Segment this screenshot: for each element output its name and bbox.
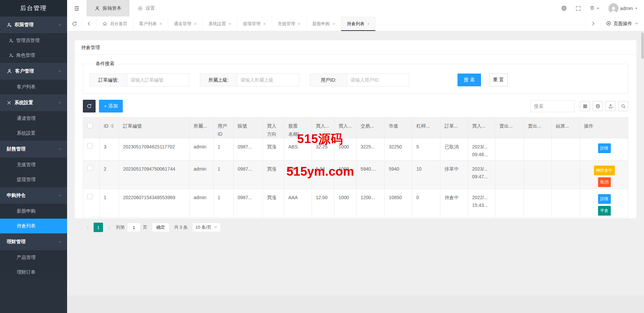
col-header-settle: 結算... (551, 118, 580, 138)
page-operations-dropdown[interactable]: 页面操作 (600, 16, 644, 31)
row-checkbox[interactable] (87, 165, 93, 171)
clear-cache-dropdown[interactable] (590, 5, 600, 11)
sort-icon[interactable] (111, 124, 114, 128)
close-icon[interactable]: × (332, 21, 335, 27)
language-globe-icon[interactable] (561, 5, 567, 11)
tab-通道管理[interactable]: 通道管理× (168, 16, 203, 31)
tab-提现管理[interactable]: 提现管理× (237, 16, 272, 31)
refresh-tab-icon[interactable] (67, 16, 82, 31)
action-button-詳情[interactable]: 詳情 (598, 143, 611, 153)
sidebar-item-新股申购[interactable]: 新股申购 (0, 204, 67, 219)
print-icon[interactable] (593, 101, 603, 111)
sidebar-section-3[interactable]: 財務管理 (0, 141, 67, 158)
close-icon[interactable]: × (228, 21, 231, 27)
next-page-icon[interactable] (104, 223, 114, 232)
action-button-轉持倉中[interactable]: 轉持倉中 (594, 166, 615, 175)
cell-trade_amount: 3225... (357, 138, 385, 161)
cell-sell_price (495, 138, 524, 161)
caret-down-icon (635, 7, 638, 10)
cell-buy_price: 32.25 (312, 138, 334, 161)
sidebar-item-客户列表[interactable]: 客户列表 (0, 80, 67, 94)
collapse-menu-icon[interactable] (67, 0, 87, 16)
magnifier-icon[interactable] (618, 101, 628, 111)
sidebar-section-label: 財務管理 (7, 146, 58, 152)
close-icon[interactable]: × (159, 21, 162, 27)
action-button-取消[interactable]: 取消 (598, 177, 611, 187)
sidebar-section-4[interactable]: 申购持仓 (0, 187, 67, 204)
sidebar-item-产品管理[interactable]: 产品管理 (0, 250, 67, 265)
current-page[interactable]: 1 (94, 223, 103, 232)
prev-page-icon[interactable] (83, 223, 92, 232)
select-all-checkbox[interactable] (87, 123, 93, 128)
print-icon (595, 104, 600, 109)
user-menu[interactable]: admin (608, 3, 638, 13)
reset-button[interactable]: 重 置 (489, 74, 508, 86)
add-button[interactable]: + 添加 (99, 100, 123, 113)
sidebar-item-理财订单[interactable]: 理财订单 (0, 265, 67, 280)
sidebar-item-充值管理[interactable]: 充值管理 (0, 158, 67, 172)
order-no-input[interactable] (127, 74, 189, 86)
sidebar-item-系统設置[interactable]: 系统設置 (0, 126, 67, 141)
row-checkbox[interactable] (87, 194, 93, 199)
scroll-tabs-left-icon[interactable] (82, 16, 97, 31)
sidebar-item-label: 提现管理 (17, 177, 36, 183)
action-button-詳情[interactable]: 詳情 (598, 194, 611, 204)
search-button[interactable]: 搜 索 (458, 74, 481, 86)
close-icon[interactable]: × (298, 21, 301, 27)
cell-parent: admin (190, 189, 214, 218)
id-header: ID (104, 122, 115, 130)
topnav-tab-设置[interactable]: 设置 (129, 0, 163, 16)
goto-page-input[interactable] (127, 223, 141, 232)
cell-trade_amount: 5940.... (357, 161, 385, 189)
topnav-tab-振翰资本[interactable]: 振翰资本 (87, 0, 129, 16)
search-fieldset: 条件搜索 訂單編號: 所屬上級: 用戶ID: (83, 61, 628, 94)
tab-后台首页[interactable]: 后台首页 (97, 16, 133, 31)
cell-_cb (83, 189, 100, 218)
sidebar-section-5[interactable]: 理财管理 (0, 233, 67, 250)
gear-icon (138, 6, 143, 11)
positions-card: 持倉管理 条件搜索 訂單編號: 所屬上級: (74, 40, 637, 219)
scroll-tabs-right-icon[interactable] (586, 16, 600, 31)
sidebar-section-1[interactable]: 客户管理 (0, 63, 67, 80)
sidebar-item-管理员管理[interactable]: 管理员管理 (0, 33, 67, 48)
cell-stock: ABS (284, 138, 312, 161)
header-actions: admin (561, 3, 644, 13)
caret-down-icon (596, 7, 600, 10)
tab-系统設置[interactable]: 系统設置× (203, 16, 237, 31)
sidebar-section-label: 客户管理 (15, 68, 58, 74)
parent-input[interactable] (237, 74, 299, 86)
sidebar-item-通道管理[interactable]: 通道管理 (0, 111, 67, 126)
sidebar-item-提现管理[interactable]: 提现管理 (0, 172, 67, 187)
sidebar-section-2[interactable]: 系统設置 (0, 94, 67, 111)
sidebar-item-角色管理[interactable]: 角色管理 (0, 48, 67, 63)
cell-market_value: 32250 (385, 138, 412, 161)
per-page-select[interactable]: 10 条/页 (192, 223, 221, 232)
chevron-down-icon (214, 225, 218, 229)
cell-order_no: 20230517094750061744 (119, 161, 189, 189)
filter-columns-icon[interactable] (580, 101, 590, 111)
main-area: 振翰资本设置 admin 后台首页客户列表×通道管理×系统設置×提现管理×充值管… (67, 0, 644, 313)
user-gear-icon (7, 23, 12, 28)
close-icon[interactable]: × (263, 21, 266, 27)
table-search-input[interactable] (530, 100, 575, 112)
row-checkbox[interactable] (87, 143, 93, 148)
export-icon[interactable] (605, 101, 615, 111)
sidebar-item-持倉列表[interactable]: 持倉列表 (0, 219, 67, 233)
sidebar-section-0[interactable]: 权限管理 (0, 16, 67, 33)
sidebar: 后台管理 权限管理管理员管理角色管理客户管理客户列表系统設置通道管理系统設置財務… (0, 0, 67, 313)
scrollbar-thumb[interactable] (641, 33, 644, 59)
tab-充值管理[interactable]: 充值管理× (272, 16, 307, 31)
user-id-input[interactable] (347, 74, 409, 86)
close-icon[interactable]: × (367, 21, 370, 27)
tab-label: 系统設置 (208, 21, 226, 27)
tab-新股申购[interactable]: 新股申购× (307, 16, 341, 31)
fullscreen-icon[interactable] (576, 6, 581, 11)
goto-confirm-button[interactable]: 确定 (152, 223, 169, 232)
tab-持倉列表[interactable]: 持倉列表× (341, 16, 376, 31)
cell-user_id: 1 (214, 189, 234, 218)
tab-客户列表[interactable]: 客户列表× (133, 16, 168, 31)
cell-actions: 詳情 (580, 138, 628, 161)
action-button-平倉[interactable]: 平倉 (598, 206, 611, 216)
close-icon[interactable]: × (194, 21, 197, 27)
refresh-button[interactable] (83, 100, 96, 113)
